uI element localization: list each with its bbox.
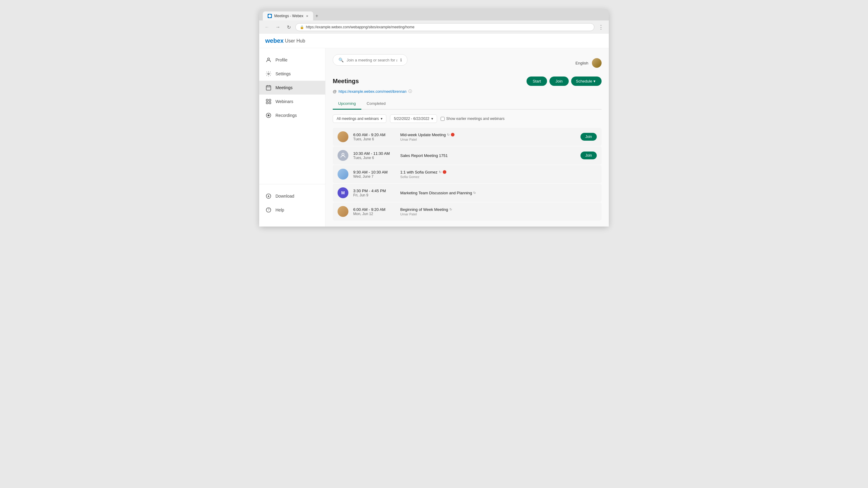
sidebar-help-label: Help <box>276 207 284 213</box>
svg-rect-9 <box>267 102 268 104</box>
search-icon: 🔍 <box>338 58 344 62</box>
meeting-avatar <box>338 150 348 161</box>
app-content: webex User Hub Profile <box>259 34 609 227</box>
sidebar-profile-label: Profile <box>276 58 287 62</box>
sidebar: Profile Settings Meetings <box>259 48 326 227</box>
tab-completed[interactable]: Completed <box>361 98 391 110</box>
schedule-button[interactable]: Schedule ▾ <box>571 76 601 86</box>
recurring-icon: ↻ <box>439 170 441 174</box>
meeting-info: 1:1 with Sofia Gomez ↻ Sofia Gomez <box>400 170 597 178</box>
sidebar-item-settings[interactable]: Settings <box>259 67 325 81</box>
meeting-name: Sales Report Meeting 1751 <box>400 153 576 158</box>
meeting-item: 9:30 AM - 10:30 AM Wed, June 7 1:1 with … <box>333 165 601 183</box>
meeting-join-button[interactable]: Join <box>581 133 597 141</box>
search-input[interactable] <box>347 58 397 62</box>
meeting-type-filter[interactable]: All meetings and webinars ▾ <box>333 115 386 123</box>
search-bar[interactable]: 🔍 ℹ <box>333 54 407 66</box>
earlier-meetings-checkbox-label[interactable]: Show earlier meetings and webinars <box>441 117 504 121</box>
gear-icon <box>265 70 272 77</box>
meeting-info: Mid-week Update Meeting ↻ Umar Patel <box>400 133 576 141</box>
svg-rect-7 <box>267 99 268 101</box>
meetings-tabs: Upcoming Completed <box>333 98 601 110</box>
time-range: 6:00 AM - 9:20 AM <box>353 133 396 137</box>
recurring-icon: ↻ <box>447 133 450 137</box>
download-icon <box>265 193 272 199</box>
sidebar-recordings-label: Recordings <box>276 113 297 118</box>
search-info-icon[interactable]: ℹ <box>400 58 402 62</box>
date-range-label: 5/22/2022 - 6/22/2022 <box>394 117 429 121</box>
forward-button[interactable]: → <box>274 23 282 31</box>
svg-point-17 <box>342 153 344 156</box>
meeting-date: Fri, Jun 9 <box>353 193 396 197</box>
tab-close-btn[interactable]: ✕ <box>306 14 308 18</box>
sidebar-item-profile[interactable]: Profile <box>259 53 325 67</box>
top-right: English <box>575 58 601 68</box>
address-bar[interactable]: 🔒 https://example.webex.com/webappng/sit… <box>296 23 594 31</box>
main-layout: Profile Settings Meetings <box>259 48 609 227</box>
svg-point-1 <box>268 58 270 60</box>
recurring-icon: ↻ <box>473 191 476 195</box>
meeting-time: 3:30 PM - 4:45 PM Fri, Jun 9 <box>353 189 396 197</box>
meeting-time: 6:00 AM - 9:20 AM Mon, Jun 12 <box>353 207 396 216</box>
reload-button[interactable]: ↻ <box>284 23 293 31</box>
security-icon: 🔒 <box>300 25 304 29</box>
tab-upcoming[interactable]: Upcoming <box>333 98 361 110</box>
recurring-icon: ↻ <box>450 207 452 212</box>
meeting-date: Mon, Jun 12 <box>353 212 396 216</box>
svg-rect-3 <box>267 86 271 90</box>
sidebar-item-help[interactable]: ? Help <box>259 203 325 217</box>
meeting-info: Marketing Team Discussion and Planning ↻ <box>400 191 597 195</box>
meeting-item: 10:30 AM - 11:30 AM Tues, June 6 Sales R… <box>333 147 601 164</box>
svg-text:?: ? <box>268 208 270 212</box>
time-range: 10:30 AM - 11:30 AM <box>353 151 396 156</box>
sidebar-item-recordings[interactable]: Recordings <box>259 108 325 122</box>
back-button[interactable]: ← <box>263 23 271 31</box>
meeting-join-button[interactable]: Join <box>581 152 597 159</box>
meeting-avatar <box>338 131 348 142</box>
sidebar-download-label: Download <box>276 194 294 198</box>
sidebar-item-meetings[interactable]: Meetings <box>259 81 325 95</box>
personal-meeting-link[interactable]: https://example.webex.com/meet/ibrennan <box>338 90 406 94</box>
time-range: 3:30 PM - 4:45 PM <box>353 189 396 193</box>
browser-tabs-bar: Meetings - Webex ✕ + <box>259 11 609 21</box>
tab-favicon <box>268 14 272 18</box>
new-tab-button[interactable]: + <box>315 13 318 19</box>
language-selector[interactable]: English <box>575 61 588 65</box>
browser-window: Meetings - Webex ✕ + ← → ↻ 🔒 https://exa… <box>259 9 609 227</box>
sidebar-item-webinars[interactable]: Webinars <box>259 95 325 108</box>
meeting-url-row: @ https://example.webex.com/meet/ibrenna… <box>333 89 601 94</box>
meeting-host: Umar Patel <box>400 213 597 216</box>
meeting-date: Wed, June 7 <box>353 174 396 178</box>
meeting-time: 6:00 AM - 9:20 AM Tues, June 6 <box>353 133 396 141</box>
svg-point-2 <box>268 73 270 75</box>
join-button[interactable]: Join <box>550 76 569 86</box>
meeting-time: 9:30 AM - 10:30 AM Wed, June 7 <box>353 170 396 178</box>
active-tab[interactable]: Meetings - Webex ✕ <box>263 11 313 21</box>
time-range: 9:30 AM - 10:30 AM <box>353 170 396 174</box>
record-icon <box>265 112 272 119</box>
meeting-item: 6:00 AM - 9:20 AM Tues, June 6 Mid-week … <box>333 128 601 146</box>
recording-dot-icon <box>443 170 446 174</box>
browser-more-button[interactable]: ⋮ <box>597 23 605 31</box>
user-avatar[interactable] <box>592 58 601 68</box>
meeting-avatar: M <box>338 187 348 198</box>
user-hub-label: User Hub <box>285 38 305 44</box>
sidebar-nav: Profile Settings Meetings <box>259 53 325 184</box>
meeting-name: Beginning of Week Meeting ↻ <box>400 207 597 212</box>
meeting-name: Marketing Team Discussion and Planning ↻ <box>400 191 597 195</box>
filters-row: All meetings and webinars ▾ 5/22/2022 - … <box>333 115 601 123</box>
date-range-filter[interactable]: 5/22/2022 - 6/22/2022 ▾ <box>390 115 437 123</box>
earlier-meetings-checkbox[interactable] <box>441 117 444 121</box>
meetings-actions: Start Join Schedule ▾ <box>527 76 601 86</box>
sidebar-meetings-label: Meetings <box>276 85 293 90</box>
chevron-icon: ▾ <box>381 117 382 121</box>
meeting-host: Umar Patel <box>400 138 576 141</box>
start-button[interactable]: Start <box>527 76 547 86</box>
meeting-avatar <box>338 169 348 180</box>
webex-logo-icon: webex <box>265 37 284 44</box>
chevron-icon: ▾ <box>431 117 433 121</box>
meeting-item: M 3:30 PM - 4:45 PM Fri, Jun 9 Marketing… <box>333 184 601 202</box>
meeting-date: Tues, June 6 <box>353 137 396 141</box>
meeting-info: Sales Report Meeting 1751 <box>400 153 576 158</box>
sidebar-item-download[interactable]: Download <box>259 189 325 203</box>
